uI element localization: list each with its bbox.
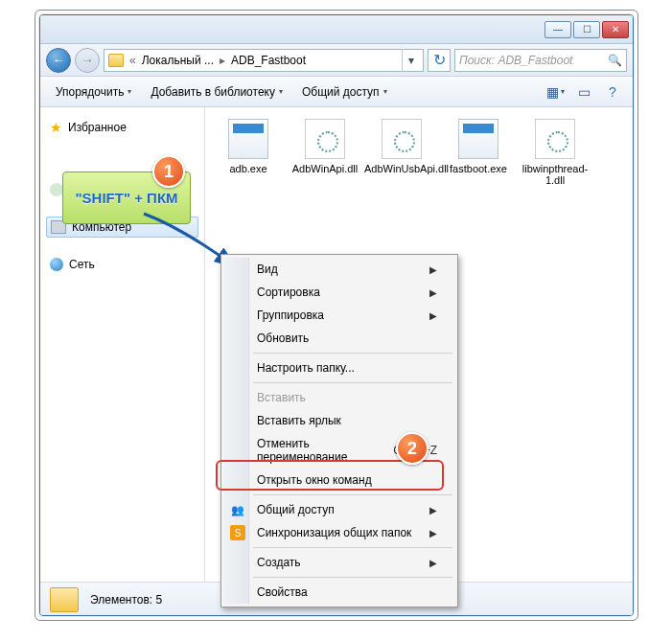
star-icon: ★ [50, 120, 62, 135]
submenu-arrow-icon: ▶ [429, 528, 437, 538]
address-dropdown[interactable]: ▾ [402, 49, 419, 72]
submenu-arrow-icon: ▶ [429, 505, 437, 515]
ctx-refresh[interactable]: Обновить [224, 327, 454, 350]
file-item[interactable]: AdbWinUsbApi.dll [364, 119, 439, 186]
share-icon: 👥 [230, 502, 245, 517]
share-label: Общий доступ [302, 85, 380, 99]
search-placeholder: Поиск: ADB_Fastboot [459, 54, 572, 67]
address-bar[interactable]: « Локальный ... ▸ ADB_Fastboot ▾ [104, 49, 424, 72]
preview-pane-button[interactable]: ▭ [571, 81, 596, 103]
chevron-down-icon: ▾ [127, 87, 131, 96]
ctx-paste: Вставить [224, 386, 454, 409]
nav-forward-button[interactable]: → [75, 48, 100, 73]
separator [253, 382, 452, 383]
ctx-properties[interactable]: Свойства [224, 581, 454, 604]
file-name-label: fastboot.exe [441, 163, 516, 174]
view-options-button[interactable]: ▦▾ [543, 81, 568, 103]
ctx-group[interactable]: Группировка ▶ [224, 304, 454, 327]
add-to-library-button[interactable]: Добавить в библиотеку ▾ [143, 81, 290, 103]
breadcrumb-parent[interactable]: Локальный ... [142, 54, 214, 67]
search-icon: 🔍 [608, 54, 622, 67]
folder-icon [50, 587, 79, 612]
dll-file-icon [382, 119, 422, 159]
annotation-badge-1: 1 [152, 155, 185, 188]
breadcrumb-current[interactable]: ADB_Fastboot [231, 54, 306, 67]
submenu-arrow-icon: ▶ [429, 264, 437, 275]
share-button[interactable]: Общий доступ ▾ [294, 81, 395, 103]
search-input[interactable]: Поиск: ADB_Fastboot 🔍 [454, 49, 627, 72]
maximize-button[interactable]: ☐ [573, 21, 600, 38]
ctx-customize-folder[interactable]: Настроить папку... [224, 356, 454, 379]
window-titlebar: — ☐ ✕ [40, 15, 633, 44]
file-item[interactable]: adb.exe [211, 119, 286, 186]
chevron-down-icon: ▾ [383, 87, 387, 96]
dll-file-icon [305, 119, 345, 159]
file-item[interactable]: fastboot.exe [441, 119, 516, 186]
submenu-arrow-icon: ▶ [429, 558, 437, 568]
dll-file-icon [535, 119, 575, 159]
separator [253, 547, 452, 548]
file-item[interactable]: libwinpthread-1.dll [518, 119, 592, 186]
folder-icon [108, 54, 124, 67]
context-menu: Вид ▶ Сортировка ▶ Группировка ▶ Обновит… [220, 254, 458, 607]
breadcrumb-chevron-left: « [129, 54, 136, 67]
network-icon [50, 258, 63, 271]
file-name-label: libwinpthread-1.dll [518, 163, 592, 186]
separator [253, 577, 452, 578]
submenu-arrow-icon: ▶ [429, 287, 437, 298]
ctx-view[interactable]: Вид ▶ [224, 258, 454, 281]
nav-back-button[interactable]: ← [46, 48, 71, 73]
separator [253, 353, 452, 354]
status-items-count: Элементов: 5 [90, 593, 162, 607]
sidebar-label: Сеть [69, 258, 95, 271]
refresh-button[interactable]: ↻ [428, 49, 451, 72]
sidebar-favorites[interactable]: ★ Избранное [46, 117, 198, 138]
organize-button[interactable]: Упорядочить ▾ [48, 81, 139, 103]
sidebar-label: Избранное [68, 121, 127, 134]
ctx-sync-shared-folders[interactable]: S Синхронизация общих папок ▶ [224, 521, 454, 544]
sidebar-network[interactable]: Сеть [46, 255, 198, 274]
exe-file-icon [228, 119, 268, 159]
close-button[interactable]: ✕ [602, 21, 629, 38]
toolbar: Упорядочить ▾ Добавить в библиотеку ▾ Об… [40, 77, 633, 107]
ctx-new[interactable]: Создать ▶ [224, 551, 454, 574]
exe-file-icon [458, 119, 498, 159]
ctx-open-command-window[interactable]: Открыть окно команд [224, 469, 454, 492]
organize-label: Упорядочить [56, 85, 124, 99]
homegroup-icon [50, 183, 63, 196]
ctx-share[interactable]: 👥 Общий доступ ▶ [224, 498, 454, 521]
breadcrumb-separator: ▸ [220, 54, 225, 67]
file-item[interactable]: AdbWinApi.dll [288, 119, 362, 186]
chevron-down-icon: ▾ [279, 87, 283, 96]
file-name-label: AdbWinUsbApi.dll [364, 163, 439, 174]
ctx-sort[interactable]: Сортировка ▶ [224, 281, 454, 304]
callout-text: "SHIFT" + ПКМ [75, 190, 177, 206]
minimize-button[interactable]: — [545, 21, 571, 38]
library-label: Добавить в библиотеку [151, 85, 275, 99]
separator [253, 494, 452, 495]
sync-icon: S [230, 525, 245, 540]
help-button[interactable]: ? [600, 81, 625, 103]
annotation-badge-2: 2 [396, 432, 429, 465]
navigation-bar: ← → « Локальный ... ▸ ADB_Fastboot ▾ ↻ П… [40, 44, 633, 77]
file-name-label: adb.exe [211, 163, 286, 174]
ctx-paste-shortcut[interactable]: Вставить ярлык [224, 409, 454, 432]
file-name-label: AdbWinApi.dll [288, 163, 362, 174]
submenu-arrow-icon: ▶ [429, 310, 437, 321]
